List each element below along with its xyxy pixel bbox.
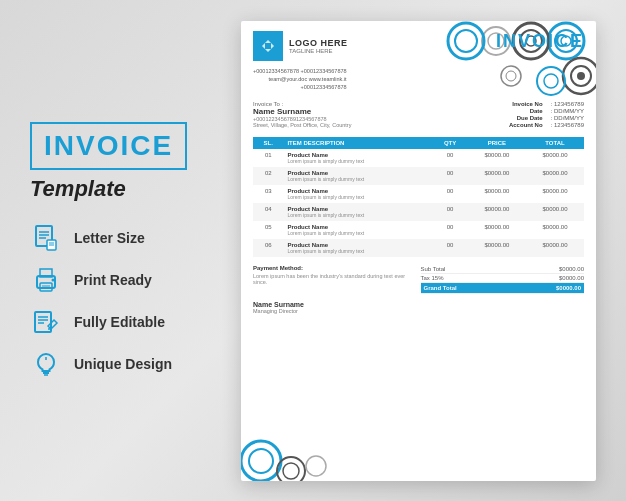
doc-footer: Payment Method: Lorem ipsum has been the… xyxy=(241,261,596,298)
svg-point-38 xyxy=(241,441,281,481)
tax-row: Tax 15% $0000.00 xyxy=(421,274,585,283)
sub-total-value: $0000.00 xyxy=(559,266,584,272)
table-body: 01 Product Name Lorem ipsum is simply du… xyxy=(253,149,584,257)
table-row: 06 Product Name Lorem ipsum is simply du… xyxy=(253,239,584,257)
feature-fully-editable: Fully Editable xyxy=(30,306,240,338)
svg-point-39 xyxy=(249,449,273,473)
bulb-icon xyxy=(30,348,62,380)
invoice-title-right: INVOICE xyxy=(496,31,584,52)
table-row: 05 Product Name Lorem ipsum is simply du… xyxy=(253,221,584,239)
edit-icon xyxy=(30,306,62,338)
col-total: TOTAL xyxy=(526,137,584,149)
doc-header: LOGO HERE TAGLINE HERE +00012334567878 +… xyxy=(241,21,596,98)
template-title: Template xyxy=(30,176,240,202)
main-container: INVOICE Template Letter xyxy=(0,0,626,501)
due-date-label: Due Date xyxy=(517,115,543,121)
invoice-to-name: Name Surname xyxy=(253,107,418,116)
feature-print-ready: Print Ready xyxy=(30,264,240,296)
table-header: SL. ITEM DESCRIPTION QTY PRICE TOTAL xyxy=(253,137,584,149)
account-no-label: Account No xyxy=(509,122,543,128)
meta-due-date: Due Date : DD/MM/YY xyxy=(420,115,585,121)
due-date-value: : DD/MM/YY xyxy=(551,115,584,121)
logo-area: LOGO HERE TAGLINE HERE xyxy=(253,31,407,61)
print-ready-label: Print Ready xyxy=(74,272,152,288)
logo-here-text: LOGO HERE xyxy=(289,38,348,48)
circles-bottom-decoration xyxy=(241,401,341,481)
table-row: 04 Product Name Lorem ipsum is simply du… xyxy=(253,203,584,221)
grand-total-label: Grand Total xyxy=(424,285,457,291)
table-row: 02 Product Name Lorem ipsum is simply du… xyxy=(253,167,584,185)
totals-section: Sub Total $0000.00 Tax 15% $0000.00 Gran… xyxy=(421,265,585,294)
document-icon xyxy=(30,222,62,254)
invoice-address2: Street, Village, Post Office, City, Coun… xyxy=(253,122,418,128)
invoice-to-section: Invoice To : Name Surname +0001223456789… xyxy=(253,101,418,129)
tax-label: Tax 15% xyxy=(421,275,444,281)
account-no-value: : 123456789 xyxy=(551,122,584,128)
table-row: 01 Product Name Lorem ipsum is simply du… xyxy=(253,149,584,167)
logo-text-area: LOGO HERE TAGLINE HERE xyxy=(289,38,348,54)
col-sl: SL. xyxy=(253,137,283,149)
feature-unique-design: Unique Design xyxy=(30,348,240,380)
sub-total-row: Sub Total $0000.00 xyxy=(421,265,585,274)
payment-section: Payment Method: Lorem ipsum has been the… xyxy=(253,265,417,294)
features-list: Letter Size Print Ready xyxy=(30,222,240,380)
meta-account-no: Account No : 123456789 xyxy=(420,122,585,128)
col-desc: ITEM DESCRIPTION xyxy=(283,137,432,149)
svg-point-42 xyxy=(306,456,326,476)
contact-info: +00012334567878 +00012334567878 team@you… xyxy=(253,67,347,92)
tagline-here-text: TAGLINE HERE xyxy=(289,48,348,54)
fully-editable-label: Fully Editable xyxy=(74,314,165,330)
invoice-title: INVOICE xyxy=(44,132,173,160)
sig-name: Name Surname xyxy=(253,301,584,308)
svg-point-12 xyxy=(52,278,55,281)
printer-icon xyxy=(30,264,62,296)
col-qty: QTY xyxy=(432,137,468,149)
invoice-document: LOGO HERE TAGLINE HERE +00012334567878 +… xyxy=(241,21,596,481)
feature-letter-size: Letter Size xyxy=(30,222,240,254)
table-row: 03 Product Name Lorem ipsum is simply du… xyxy=(253,185,584,203)
letter-size-label: Letter Size xyxy=(74,230,145,246)
unique-design-label: Unique Design xyxy=(74,356,172,372)
logo-box xyxy=(253,31,283,61)
invoice-title-box: INVOICE xyxy=(30,122,187,170)
grand-total-row: Grand Total $0000.00 xyxy=(421,283,585,294)
svg-rect-44 xyxy=(265,43,271,49)
tax-value: $0000.00 xyxy=(559,275,584,281)
svg-point-40 xyxy=(277,457,305,481)
sub-total-label: Sub Total xyxy=(421,266,446,272)
sig-title: Managing Director xyxy=(253,308,584,314)
signature-area: Name Surname Managing Director xyxy=(241,298,596,320)
payment-method-text: Lorem ipsum has been the industry's stan… xyxy=(253,273,417,285)
invoice-table: SL. ITEM DESCRIPTION QTY PRICE TOTAL 01 … xyxy=(253,137,584,257)
svg-point-41 xyxy=(283,463,299,479)
payment-method-label: Payment Method: xyxy=(253,265,417,271)
left-panel: INVOICE Template Letter xyxy=(30,122,240,380)
col-price: PRICE xyxy=(468,137,526,149)
grand-total-value: $0000.00 xyxy=(556,285,581,291)
